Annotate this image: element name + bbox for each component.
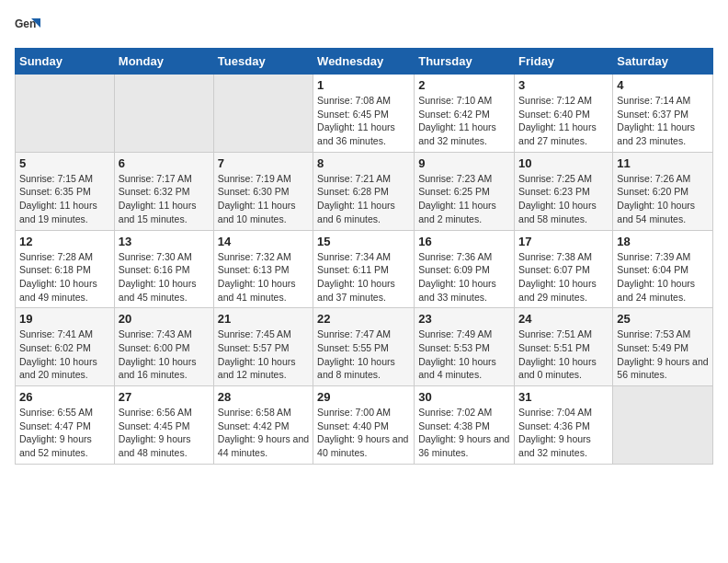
day-number: 7 — [218, 156, 309, 170]
calendar-cell: 25Sunrise: 7:53 AMSunset: 5:49 PMDayligh… — [613, 308, 713, 386]
weekday-header-row: SundayMondayTuesdayWednesdayThursdayFrid… — [16, 49, 713, 75]
day-info: Sunrise: 7:34 AMSunset: 6:11 PMDaylight:… — [317, 250, 410, 304]
day-info: Sunrise: 7:21 AMSunset: 6:28 PMDaylight:… — [317, 172, 410, 226]
weekday-header-monday: Monday — [114, 49, 213, 75]
day-info: Sunrise: 7:43 AMSunset: 6:00 PMDaylight:… — [119, 327, 210, 382]
calendar-cell: 8Sunrise: 7:21 AMSunset: 6:28 PMDaylight… — [313, 152, 415, 230]
day-info: Sunrise: 7:23 AMSunset: 6:25 PMDaylight:… — [418, 172, 510, 226]
calendar-cell: 21Sunrise: 7:45 AMSunset: 5:57 PMDayligh… — [213, 308, 313, 386]
calendar-cell: 9Sunrise: 7:23 AMSunset: 6:25 PMDaylight… — [415, 152, 515, 230]
day-number: 3 — [518, 78, 609, 92]
day-info: Sunrise: 7:19 AMSunset: 6:30 PMDaylight:… — [218, 172, 309, 226]
day-number: 16 — [418, 235, 510, 248]
day-number: 6 — [119, 156, 210, 170]
week-row-3: 12Sunrise: 7:28 AMSunset: 6:18 PMDayligh… — [16, 230, 713, 308]
day-info: Sunrise: 7:25 AMSunset: 6:23 PMDaylight:… — [518, 172, 609, 226]
calendar-table: SundayMondayTuesdayWednesdayThursdayFrid… — [15, 48, 713, 465]
day-number: 15 — [317, 235, 410, 248]
logo: Gen — [15, 15, 44, 40]
calendar-cell: 19Sunrise: 7:41 AMSunset: 6:02 PMDayligh… — [16, 308, 115, 386]
day-info: Sunrise: 7:15 AMSunset: 6:35 PMDaylight:… — [19, 172, 110, 226]
calendar-cell: 20Sunrise: 7:43 AMSunset: 6:00 PMDayligh… — [114, 308, 213, 386]
weekday-header-thursday: Thursday — [415, 49, 515, 75]
day-number: 4 — [617, 78, 709, 92]
day-info: Sunrise: 7:38 AMSunset: 6:07 PMDaylight:… — [518, 250, 609, 304]
day-info: Sunrise: 7:02 AMSunset: 4:38 PMDaylight:… — [418, 406, 510, 460]
day-info: Sunrise: 6:58 AMSunset: 4:42 PMDaylight:… — [218, 406, 309, 460]
day-number: 11 — [617, 156, 709, 170]
day-info: Sunrise: 7:41 AMSunset: 6:02 PMDaylight:… — [19, 327, 110, 382]
calendar-cell — [16, 75, 115, 153]
day-info: Sunrise: 7:47 AMSunset: 5:55 PMDaylight:… — [317, 327, 410, 382]
day-number: 9 — [418, 156, 510, 170]
day-number: 13 — [119, 235, 210, 248]
day-info: Sunrise: 7:04 AMSunset: 4:36 PMDaylight:… — [518, 406, 609, 460]
calendar-cell: 12Sunrise: 7:28 AMSunset: 6:18 PMDayligh… — [16, 230, 115, 308]
day-number: 21 — [218, 312, 309, 326]
calendar-cell: 7Sunrise: 7:19 AMSunset: 6:30 PMDaylight… — [213, 152, 313, 230]
calendar-cell: 2Sunrise: 7:10 AMSunset: 6:42 PMDaylight… — [415, 75, 515, 153]
day-info: Sunrise: 7:28 AMSunset: 6:18 PMDaylight:… — [19, 250, 110, 304]
calendar-cell: 10Sunrise: 7:25 AMSunset: 6:23 PMDayligh… — [515, 152, 613, 230]
calendar-cell: 28Sunrise: 6:58 AMSunset: 4:42 PMDayligh… — [213, 386, 313, 465]
calendar-cell: 14Sunrise: 7:32 AMSunset: 6:13 PMDayligh… — [213, 230, 313, 308]
calendar-cell — [213, 75, 313, 153]
day-number: 25 — [617, 312, 709, 326]
day-info: Sunrise: 7:14 AMSunset: 6:37 PMDaylight:… — [617, 94, 709, 148]
day-number: 10 — [518, 156, 609, 170]
day-number: 8 — [317, 156, 410, 170]
calendar-cell: 6Sunrise: 7:17 AMSunset: 6:32 PMDaylight… — [114, 152, 213, 230]
calendar-cell: 4Sunrise: 7:14 AMSunset: 6:37 PMDaylight… — [613, 75, 713, 153]
weekday-header-friday: Friday — [515, 49, 613, 75]
day-number: 12 — [19, 235, 110, 248]
day-info: Sunrise: 6:55 AMSunset: 4:47 PMDaylight:… — [19, 406, 110, 460]
calendar-cell: 22Sunrise: 7:47 AMSunset: 5:55 PMDayligh… — [313, 308, 415, 386]
weekday-header-tuesday: Tuesday — [213, 49, 313, 75]
week-row-2: 5Sunrise: 7:15 AMSunset: 6:35 PMDaylight… — [16, 152, 713, 230]
week-row-5: 26Sunrise: 6:55 AMSunset: 4:47 PMDayligh… — [16, 386, 713, 465]
day-number: 1 — [317, 78, 410, 92]
calendar-cell: 11Sunrise: 7:26 AMSunset: 6:20 PMDayligh… — [613, 152, 713, 230]
weekday-header-sunday: Sunday — [16, 49, 115, 75]
day-number: 29 — [317, 390, 410, 404]
calendar-cell: 15Sunrise: 7:34 AMSunset: 6:11 PMDayligh… — [313, 230, 415, 308]
calendar-cell: 1Sunrise: 7:08 AMSunset: 6:45 PMDaylight… — [313, 75, 415, 153]
day-info: Sunrise: 7:51 AMSunset: 5:51 PMDaylight:… — [518, 327, 609, 382]
calendar-cell: 5Sunrise: 7:15 AMSunset: 6:35 PMDaylight… — [16, 152, 115, 230]
page-header: Gen — [15, 15, 713, 40]
week-row-1: 1Sunrise: 7:08 AMSunset: 6:45 PMDaylight… — [16, 75, 713, 153]
calendar-cell: 3Sunrise: 7:12 AMSunset: 6:40 PMDaylight… — [515, 75, 613, 153]
week-row-4: 19Sunrise: 7:41 AMSunset: 6:02 PMDayligh… — [16, 308, 713, 386]
calendar-cell: 16Sunrise: 7:36 AMSunset: 6:09 PMDayligh… — [415, 230, 515, 308]
day-number: 24 — [518, 312, 609, 326]
day-info: Sunrise: 7:36 AMSunset: 6:09 PMDaylight:… — [418, 250, 510, 304]
day-info: Sunrise: 7:08 AMSunset: 6:45 PMDaylight:… — [317, 94, 410, 148]
day-number: 20 — [119, 312, 210, 326]
day-number: 19 — [19, 312, 110, 326]
calendar-cell: 24Sunrise: 7:51 AMSunset: 5:51 PMDayligh… — [515, 308, 613, 386]
day-info: Sunrise: 6:56 AMSunset: 4:45 PMDaylight:… — [119, 406, 210, 460]
calendar-cell: 30Sunrise: 7:02 AMSunset: 4:38 PMDayligh… — [415, 386, 515, 465]
day-number: 30 — [418, 390, 510, 404]
calendar-cell — [114, 75, 213, 153]
day-number: 14 — [218, 235, 309, 248]
day-number: 27 — [119, 390, 210, 404]
calendar-cell: 17Sunrise: 7:38 AMSunset: 6:07 PMDayligh… — [515, 230, 613, 308]
day-number: 28 — [218, 390, 309, 404]
day-info: Sunrise: 7:45 AMSunset: 5:57 PMDaylight:… — [218, 327, 309, 382]
day-info: Sunrise: 7:39 AMSunset: 6:04 PMDaylight:… — [617, 250, 709, 304]
day-number: 18 — [617, 235, 709, 248]
calendar-cell: 27Sunrise: 6:56 AMSunset: 4:45 PMDayligh… — [114, 386, 213, 465]
calendar-cell: 23Sunrise: 7:49 AMSunset: 5:53 PMDayligh… — [415, 308, 515, 386]
day-info: Sunrise: 7:00 AMSunset: 4:40 PMDaylight:… — [317, 406, 410, 460]
day-number: 26 — [19, 390, 110, 404]
day-number: 5 — [19, 156, 110, 170]
day-number: 31 — [518, 390, 609, 404]
logo-icon: Gen — [15, 15, 40, 40]
calendar-cell: 29Sunrise: 7:00 AMSunset: 4:40 PMDayligh… — [313, 386, 415, 465]
day-info: Sunrise: 7:53 AMSunset: 5:49 PMDaylight:… — [617, 327, 709, 382]
day-number: 17 — [518, 235, 609, 248]
day-info: Sunrise: 7:49 AMSunset: 5:53 PMDaylight:… — [418, 327, 510, 382]
day-info: Sunrise: 7:26 AMSunset: 6:20 PMDaylight:… — [617, 172, 709, 226]
calendar-cell — [613, 386, 713, 465]
